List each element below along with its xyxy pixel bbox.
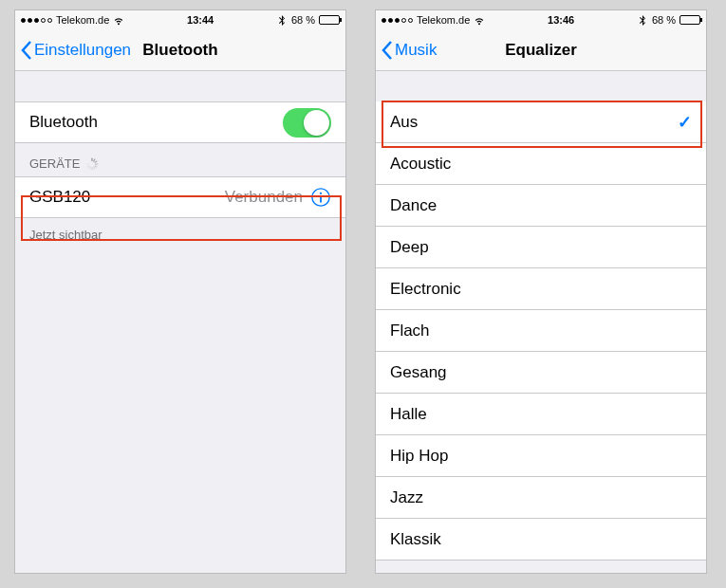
equalizer-option[interactable]: Halle [376,394,706,435]
bluetooth-icon [637,14,648,26]
equalizer-option[interactable]: Electronic [376,268,706,310]
signal-dots-icon [382,18,413,23]
equalizer-option[interactable]: Dance [376,185,706,227]
signal-dots-icon [21,18,52,23]
wifi-icon [474,14,485,26]
info-icon[interactable] [310,187,331,208]
spinner-icon [85,157,99,171]
bluetooth-toggle-row[interactable]: Bluetooth [15,101,345,143]
equalizer-option-label: Klassik [390,530,692,549]
nav-bar: Einstellungen Bluetooth [15,29,345,71]
equalizer-option-label: Acoustic [390,155,692,174]
equalizer-option-label: Dance [390,196,692,215]
equalizer-option[interactable]: Acoustic [376,143,706,185]
equalizer-option[interactable]: Deep [376,227,706,268]
svg-line-8 [88,165,90,166]
nav-bar: Musik Equalizer [376,29,706,71]
bluetooth-toggle[interactable] [283,108,331,138]
equalizer-option-label: Flach [390,322,692,340]
svg-rect-12 [320,195,322,202]
back-button[interactable]: Musik [382,41,437,60]
equalizer-option[interactable]: Flach [376,310,706,352]
equalizer-list: Aus✓AcousticDanceDeepElectronicFlachGesa… [376,71,706,573]
battery-pct-label: 68 % [291,14,315,26]
svg-point-11 [320,193,322,194]
equalizer-option-label: Jazz [390,488,692,507]
equalizer-screen: Telekom.de 13:46 68 % Musik Equalizer Au… [375,9,707,574]
equalizer-option-label: Gesang [390,363,692,382]
clock-label: 13:44 [187,14,214,26]
svg-line-4 [95,165,97,166]
clock-label: 13:46 [548,14,574,26]
device-row[interactable]: GSB120 Verbunden [15,176,345,218]
equalizer-option-label: Aus [390,113,678,132]
bluetooth-icon [276,14,288,26]
equalizer-option[interactable]: Klassik [376,519,706,560]
svg-line-5 [94,166,95,168]
device-name-label: GSB120 [29,188,225,207]
status-bar: Telekom.de 13:44 68 % [15,10,345,29]
bluetooth-screen: Telekom.de 13:44 68 % Einstellungen Blue… [14,9,346,574]
svg-line-1 [94,159,95,161]
equalizer-option[interactable]: Hip Hop [376,435,706,477]
chevron-left-icon [382,41,393,60]
equalizer-option[interactable]: Aus✓ [376,101,706,143]
battery-pct-label: 68 % [652,14,676,26]
svg-line-7 [90,166,91,168]
devices-section-header: GERÄTE [15,143,345,176]
carrier-label: Telekom.de [417,14,470,26]
equalizer-option[interactable]: Gesang [376,352,706,394]
equalizer-option-label: Electronic [390,280,692,299]
content-area: Bluetooth GERÄTE [15,71,345,573]
back-button[interactable]: Einstellungen [21,41,131,60]
status-bar: Telekom.de 13:46 68 % [376,10,706,29]
device-status-label: Verbunden [225,188,303,207]
svg-line-2 [95,161,97,162]
checkmark-icon: ✓ [678,112,692,133]
visibility-note: Jetzt sichtbar [15,218,345,251]
battery-icon [679,15,700,25]
wifi-icon [113,14,124,26]
carrier-label: Telekom.de [56,14,109,26]
devices-header-label: GERÄTE [29,156,80,171]
equalizer-option-label: Deep [390,238,692,257]
equalizer-option-label: Hip Hop [390,447,692,466]
bluetooth-toggle-label: Bluetooth [29,113,283,132]
back-label: Einstellungen [34,41,131,60]
back-label: Musik [395,41,437,60]
chevron-left-icon [21,41,32,60]
equalizer-option[interactable]: Jazz [376,477,706,519]
battery-icon [319,15,340,25]
equalizer-option-label: Halle [390,405,692,424]
